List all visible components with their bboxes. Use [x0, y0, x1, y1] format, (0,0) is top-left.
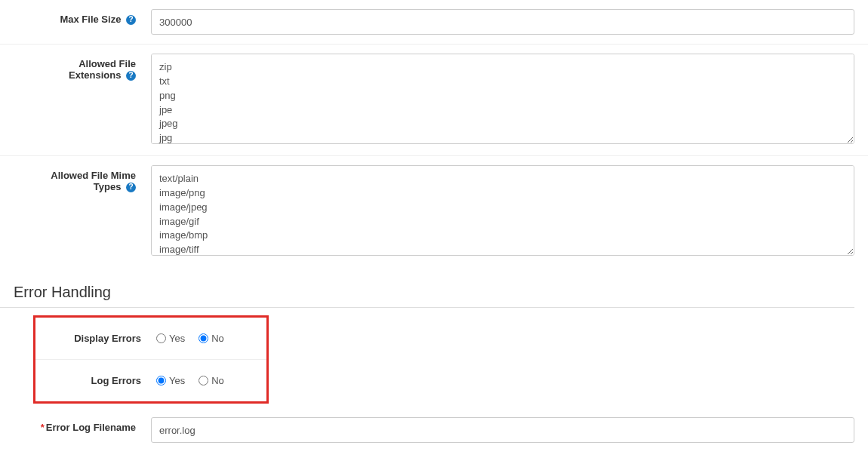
log-errors-no[interactable]: No: [199, 375, 224, 386]
max-file-size-input[interactable]: [151, 9, 854, 35]
label-allowed-extensions-l2: Extensions: [69, 69, 121, 81]
highlight-box: Display Errors Yes No Log Errors Yes: [33, 315, 269, 404]
section-error-handling-heading: Error Handling: [0, 273, 854, 308]
option-yes-label: Yes: [169, 333, 185, 344]
allowed-mime-textarea[interactable]: [151, 165, 854, 256]
help-icon[interactable]: ?: [126, 15, 136, 25]
row-log-errors: Log Errors Yes No: [35, 360, 266, 401]
row-error-log-filename: *Error Log Filename: [0, 408, 868, 452]
label-allowed-mime-l2: Types: [94, 181, 122, 192]
row-max-file-size: Max File Size ?: [0, 0, 868, 45]
control-log-errors: Yes No: [156, 375, 266, 386]
display-errors-no-radio[interactable]: [199, 333, 208, 343]
control-max-file-size: [151, 9, 868, 35]
label-max-file-size: Max File Size ?: [0, 9, 151, 26]
label-max-file-size-text: Max File Size: [60, 14, 121, 25]
control-allowed-extensions: [151, 54, 868, 146]
label-allowed-mime: Allowed File Mime Types ?: [0, 165, 151, 193]
log-errors-no-radio[interactable]: [199, 376, 208, 385]
label-error-log-filename: *Error Log Filename: [0, 417, 151, 433]
help-icon[interactable]: ?: [126, 183, 136, 192]
display-errors-no[interactable]: No: [199, 333, 224, 344]
display-errors-yes[interactable]: Yes: [156, 333, 185, 344]
required-indicator: *: [41, 422, 45, 433]
label-allowed-extensions-l1: Allowed File: [78, 58, 136, 69]
allowed-extensions-textarea[interactable]: [151, 54, 854, 144]
label-display-errors: Display Errors: [35, 333, 156, 344]
label-log-errors: Log Errors: [35, 375, 156, 386]
log-errors-yes-radio[interactable]: [156, 376, 166, 385]
error-log-filename-input[interactable]: [151, 417, 854, 443]
row-display-errors: Display Errors Yes No: [35, 318, 266, 360]
option-no-label: No: [211, 375, 224, 386]
display-errors-yes-radio[interactable]: [156, 333, 166, 343]
help-icon[interactable]: ?: [126, 71, 136, 81]
control-error-log-filename: [151, 417, 868, 443]
label-allowed-extensions: Allowed File Extensions ?: [0, 54, 151, 81]
label-allowed-mime-l1: Allowed File Mime: [51, 170, 136, 181]
option-yes-label: Yes: [169, 375, 185, 386]
control-allowed-mime: [151, 165, 868, 258]
row-allowed-extensions: Allowed File Extensions ?: [0, 45, 868, 156]
label-error-log-filename-text: Error Log Filename: [46, 422, 136, 433]
row-allowed-mime: Allowed File Mime Types ?: [0, 156, 868, 267]
option-no-label: No: [211, 333, 224, 344]
control-display-errors: Yes No: [156, 333, 266, 344]
log-errors-yes[interactable]: Yes: [156, 375, 185, 386]
